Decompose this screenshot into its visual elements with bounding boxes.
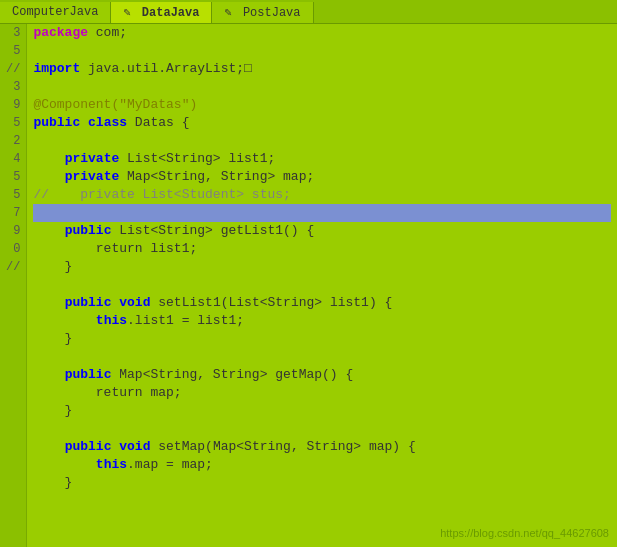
- line-number: 5: [6, 42, 20, 60]
- tab-label: ComputerJava: [12, 5, 98, 19]
- watermark: https://blog.csdn.net/qq_44627608: [440, 527, 609, 539]
- code-line: [33, 132, 611, 150]
- code-line: public void setList1(List<String> list1)…: [33, 294, 611, 312]
- line-number: 9: [6, 222, 20, 240]
- code-line: }: [33, 402, 611, 420]
- code-line: [33, 492, 611, 510]
- code-area: 35//3952455790// package com; import jav…: [0, 24, 617, 547]
- code-line: }: [33, 258, 611, 276]
- code-line: import java.util.ArrayList;□: [33, 60, 611, 78]
- code-line: [33, 42, 611, 60]
- tab-label: PostJava: [243, 6, 301, 20]
- line-number: 7: [6, 204, 20, 222]
- tab-edit-icon: ✎: [224, 6, 231, 20]
- line-numbers: 35//3952455790//: [0, 24, 27, 547]
- tab-edit-icon: ✎: [123, 6, 130, 20]
- code-line: }: [33, 474, 611, 492]
- code-line: private Map<String, String> map;: [33, 168, 611, 186]
- code-line: package com;: [33, 24, 611, 42]
- code-line: return map;: [33, 384, 611, 402]
- code-line: [33, 78, 611, 96]
- line-number: 3: [6, 78, 20, 96]
- code-line: public void setMap(Map<String, String> m…: [33, 438, 611, 456]
- tabs-bar: ComputerJava ✎ DataJava ✎ PostJava: [0, 0, 617, 24]
- line-number: 5: [6, 114, 20, 132]
- tab-datajava[interactable]: ✎ DataJava: [111, 2, 212, 23]
- code-line: private List<String> list1;: [33, 150, 611, 168]
- line-number: 5: [6, 168, 20, 186]
- code-line: public Map<String, String> getMap() {: [33, 366, 611, 384]
- code-line: return list1;: [33, 240, 611, 258]
- code-line: this.list1 = list1;: [33, 312, 611, 330]
- line-number: 0: [6, 240, 20, 258]
- line-number: 5: [6, 186, 20, 204]
- code-line: public List<String> getList1() {: [33, 222, 611, 240]
- code-line: [33, 204, 611, 222]
- line-number: 2: [6, 132, 20, 150]
- code-content[interactable]: package com; import java.util.ArrayList;…: [27, 24, 617, 547]
- tab-postjava[interactable]: ✎ PostJava: [212, 2, 313, 23]
- line-number: 9: [6, 96, 20, 114]
- code-line: }: [33, 330, 611, 348]
- line-number: 4: [6, 150, 20, 168]
- line-number: //: [6, 60, 20, 78]
- code-line: [33, 510, 611, 528]
- code-line: public class Datas {: [33, 114, 611, 132]
- code-line: [33, 420, 611, 438]
- line-number: 3: [6, 24, 20, 42]
- code-line: [33, 276, 611, 294]
- code-line: // private List<Student> stus;: [33, 186, 611, 204]
- code-line: [33, 348, 611, 366]
- code-line: this.map = map;: [33, 456, 611, 474]
- tab-computerjava[interactable]: ComputerJava: [0, 2, 111, 23]
- line-number: //: [6, 258, 20, 276]
- code-line: @Component("MyDatas"): [33, 96, 611, 114]
- tab-label: DataJava: [142, 6, 200, 20]
